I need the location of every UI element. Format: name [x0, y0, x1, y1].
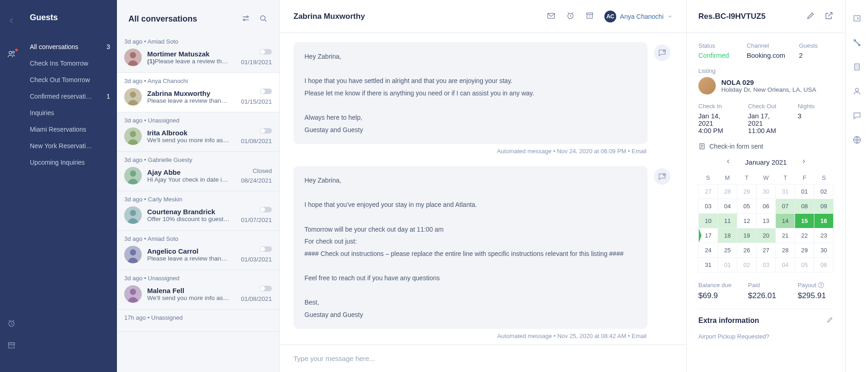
calendar-day[interactable]: 22 [795, 228, 814, 243]
calendar-day[interactable]: 28 [776, 243, 795, 258]
calendar-day[interactable]: 28 [718, 184, 737, 199]
conversation-toggle[interactable] [260, 246, 272, 252]
calendar-day[interactable]: 10 [699, 214, 718, 228]
filter-icon[interactable] [241, 14, 250, 24]
calendar-day[interactable]: 02 [814, 184, 834, 199]
document-icon [698, 143, 706, 150]
calendar-day[interactable]: 08 [795, 199, 814, 214]
user-icon[interactable] [852, 87, 862, 97]
calendar-next-icon[interactable] [801, 158, 807, 166]
external-link-icon[interactable] [824, 11, 834, 22]
message: Hey Zabrina, I hope that you have settle… [293, 42, 673, 155]
reservation-id: Res.BC-I9HVTUZ5 [698, 12, 765, 21]
conversation-item[interactable]: 3d ago • Amiad Soto Angelico Carrol Plea… [117, 231, 279, 270]
calendar-day[interactable]: 23 [814, 228, 834, 243]
calendar-dow: S [698, 172, 718, 184]
svg-point-8 [130, 52, 136, 58]
listing-row[interactable]: NOLA 029 Holiday Dr, New Orleans, LA, US… [698, 77, 834, 94]
calendar-day[interactable]: 18 [718, 228, 737, 243]
calendar-day[interactable]: 05 [795, 258, 814, 272]
conversation-toggle[interactable] [260, 89, 272, 94]
conversation-item[interactable]: 3d ago • Amiad Soto Mortimer Matuszak (1… [117, 33, 279, 73]
sidebar-item[interactable]: Inquiries [23, 105, 117, 121]
calendar-day[interactable]: 20 [757, 228, 776, 243]
calendar-day[interactable]: 31 [699, 258, 718, 272]
calendar-day[interactable]: 07 [776, 199, 795, 214]
calendar-day[interactable]: 12 [737, 214, 757, 228]
calendar-day[interactable]: 24 [699, 243, 718, 258]
conversation-toggle[interactable] [260, 49, 272, 55]
checkin-time: 4:00 PM [698, 127, 734, 134]
svg-point-30 [858, 44, 860, 45]
help-icon[interactable]: ? [818, 282, 824, 288]
conversation-meta: 3d ago • Carly Meskin [124, 196, 272, 203]
calendar-day[interactable]: 11 [718, 214, 737, 228]
expand-icon[interactable] [852, 14, 862, 24]
calendar-prev-icon[interactable] [725, 158, 731, 166]
conversation-item[interactable]: 3d ago • Anya Chanochi Zabrina Muxworthy… [117, 73, 279, 112]
sidebar-item[interactable]: All conversations3 [23, 39, 117, 55]
calendar-day[interactable]: 01 [718, 258, 737, 272]
calendar-day[interactable]: 27 [699, 184, 718, 199]
calendar-day[interactable]: 29 [795, 243, 814, 258]
edit-extra-icon[interactable] [826, 316, 834, 325]
search-icon[interactable] [259, 14, 268, 24]
archive-icon[interactable] [7, 341, 16, 351]
conversation-toggle[interactable] [260, 128, 272, 133]
link-icon[interactable] [852, 38, 862, 49]
calendar-day[interactable]: 17 [699, 228, 718, 243]
conversation-item[interactable]: 3d ago • Unassigned Malena Fell We'll se… [117, 270, 279, 310]
payout-value: $295.91 [798, 291, 834, 300]
calendar-day[interactable]: 16 [814, 214, 834, 228]
conversation-toggle[interactable] [260, 286, 272, 291]
edit-icon[interactable] [806, 11, 815, 22]
calendar-day[interactable]: 01 [795, 184, 814, 199]
chat-icon[interactable] [852, 111, 862, 122]
calendar-day[interactable]: 21 [776, 228, 795, 243]
message-composer[interactable] [280, 344, 686, 372]
guests-icon[interactable] [7, 50, 16, 60]
calendar-day[interactable]: 04 [718, 199, 737, 214]
calendar-day[interactable]: 04 [776, 258, 795, 272]
calendar-day[interactable]: 06 [814, 258, 834, 272]
globe-icon[interactable] [852, 135, 862, 146]
calendar-day[interactable]: 30 [757, 184, 776, 199]
calendar-day[interactable]: 03 [699, 199, 718, 214]
calendar-day[interactable]: 06 [757, 199, 776, 214]
conversation-item[interactable]: 3d ago • Carly Meskin Courtenay Brandric… [117, 191, 279, 231]
sidebar-item[interactable]: New York Reservati… [23, 138, 117, 154]
envelope-icon[interactable] [547, 11, 556, 22]
calendar-day[interactable]: 19 [737, 228, 757, 243]
calendar-day[interactable]: 31 [776, 184, 795, 199]
sidebar-item[interactable]: Check Ins Tomorrow [23, 55, 117, 72]
archive-conversation-icon[interactable] [585, 11, 594, 22]
sidebar-item[interactable]: Miami Reservations [23, 121, 117, 138]
back-icon[interactable] [7, 16, 16, 27]
assignee-selector[interactable]: AC Anya Chanochi [604, 11, 673, 22]
calendar-day[interactable]: 05 [737, 199, 757, 214]
sidebar-item[interactable]: Confirmed reservati…1 [23, 88, 117, 105]
calendar-day[interactable]: 30 [814, 243, 834, 258]
calendar-day[interactable]: 02 [737, 258, 757, 272]
sidebar-item[interactable]: Check Out Tomorrow [23, 72, 117, 88]
calendar-day[interactable]: 09 [814, 199, 834, 214]
conversation-item[interactable]: 3d ago • Unassigned Irita Albrook We'll … [117, 112, 279, 152]
calendar-day[interactable]: 03 [757, 258, 776, 272]
building-icon[interactable] [852, 62, 862, 73]
message-meta: Automated message • Nov 24, 2020 at 06:0… [293, 148, 647, 155]
sidebar-item[interactable]: Upcoming Inquiries [23, 154, 117, 171]
calendar-day[interactable]: 13 [757, 214, 776, 228]
alarm-icon[interactable] [7, 319, 16, 329]
calendar-day[interactable]: 25 [718, 243, 737, 258]
calendar-day[interactable]: 29 [737, 184, 757, 199]
message-input[interactable] [293, 355, 673, 362]
snooze-icon[interactable] [566, 11, 575, 22]
nights-value: 3 [798, 112, 834, 120]
calendar-day[interactable]: 15 [795, 214, 814, 228]
calendar-day[interactable]: 26 [737, 243, 757, 258]
conversation-toggle[interactable] [260, 207, 272, 212]
conversation-item[interactable]: 17h ago • Unassigned [117, 310, 279, 332]
calendar-day[interactable]: 14 [776, 214, 795, 228]
conversation-item[interactable]: 3d ago • Gabrielle Guesty Ajay Abbe Hi A… [117, 152, 279, 191]
calendar-day[interactable]: 27 [757, 243, 776, 258]
